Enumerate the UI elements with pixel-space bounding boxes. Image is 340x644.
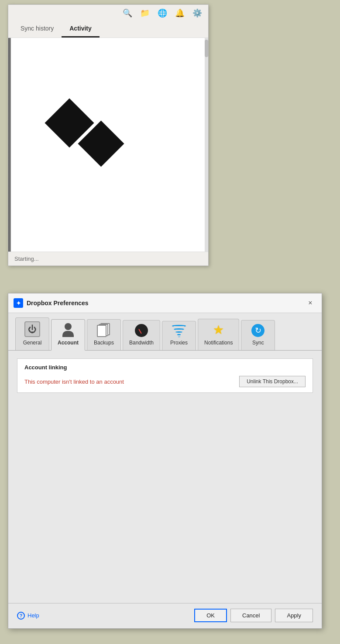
- ok-button[interactable]: OK: [194, 609, 227, 622]
- account-linking-row: This computer isn't linked to an account…: [24, 376, 306, 387]
- dropbox-logo: ✦: [14, 298, 23, 308]
- person-body: [62, 331, 74, 337]
- help-label: Help: [27, 612, 39, 619]
- tab-notifications[interactable]: ★ Notifications: [198, 319, 239, 350]
- tab-general[interactable]: ⏻ General: [15, 317, 49, 350]
- gear-icon[interactable]: ⚙️: [192, 8, 202, 18]
- tab-bandwidth[interactable]: Bandwidth: [123, 320, 160, 350]
- tab-backups[interactable]: Backups: [87, 319, 121, 350]
- tab-activity[interactable]: Activity: [62, 21, 100, 37]
- tab-bar: Sync history Activity: [8, 21, 208, 38]
- tab-sync-history[interactable]: Sync history: [13, 21, 62, 37]
- person-head: [65, 323, 72, 330]
- toolbar: 🔍 📁 🌐 🔔 ⚙️: [8, 5, 208, 21]
- general-icon: ⏻: [24, 321, 40, 337]
- gauge-needle: [138, 329, 142, 334]
- status-text: Starting...: [14, 256, 39, 262]
- tab-bandwidth-label: Bandwidth: [129, 340, 154, 346]
- bandwidth-icon: [135, 324, 148, 337]
- backups-icon: [97, 323, 111, 337]
- tab-proxies-label: Proxies: [170, 340, 188, 346]
- account-linking-section: Account linking This computer isn't link…: [17, 358, 313, 393]
- unlink-button[interactable]: Unlink This Dropbox...: [239, 376, 306, 387]
- scrollbar-thumb[interactable]: [205, 40, 208, 57]
- dialog-action-buttons: OK Cancel Apply: [194, 609, 313, 622]
- globe-icon[interactable]: 🌐: [158, 8, 167, 18]
- tab-sync-label: Sync: [252, 340, 264, 346]
- scrollbar[interactable]: [205, 38, 208, 252]
- apply-button[interactable]: Apply: [275, 609, 313, 622]
- help-icon: ?: [17, 612, 25, 620]
- tab-account[interactable]: Account: [51, 319, 85, 351]
- tab-notifications-label: Notifications: [204, 340, 233, 346]
- tab-backups-label: Backups: [94, 340, 114, 346]
- tab-general-label: General: [23, 340, 42, 346]
- status-bar: Starting...: [8, 252, 208, 266]
- proxies-icon: [172, 325, 186, 337]
- account-icon: [62, 323, 74, 337]
- tab-proxies[interactable]: Proxies: [162, 321, 196, 350]
- activity-content: [8, 38, 208, 252]
- tab-sync[interactable]: ↻ Sync: [241, 320, 275, 350]
- cancel-button[interactable]: Cancel: [230, 609, 271, 622]
- preferences-dialog: ✦ Dropbox Preferences × ⏻ General Accoun…: [8, 293, 322, 629]
- notifications-icon: ★: [213, 323, 224, 337]
- prefs-tab-bar: ⏻ General Account Backups Bandwi: [8, 313, 322, 350]
- sync-icon: ↻: [251, 324, 264, 337]
- help-link[interactable]: ? Help: [17, 612, 39, 620]
- account-linking-title: Account linking: [24, 364, 306, 371]
- left-accent: [8, 38, 11, 252]
- dialog-title: Dropbox Preferences: [27, 300, 89, 307]
- close-button[interactable]: ×: [305, 298, 316, 308]
- dialog-footer: ? Help OK Cancel Apply: [8, 603, 322, 628]
- folder-icon[interactable]: 📁: [140, 8, 150, 18]
- dialog-title-area: ✦ Dropbox Preferences: [14, 298, 89, 308]
- search-icon[interactable]: 🔍: [123, 8, 132, 18]
- activity-window: 🔍 📁 🌐 🔔 ⚙️ Sync history Activity Startin…: [8, 4, 209, 266]
- account-status-text: This computer isn't linked to an account: [24, 378, 124, 385]
- dialog-titlebar: ✦ Dropbox Preferences ×: [8, 293, 322, 313]
- prefs-content-area: Account linking This computer isn't link…: [8, 350, 322, 603]
- tab-account-label: Account: [58, 340, 79, 346]
- bell-icon[interactable]: 🔔: [175, 8, 185, 18]
